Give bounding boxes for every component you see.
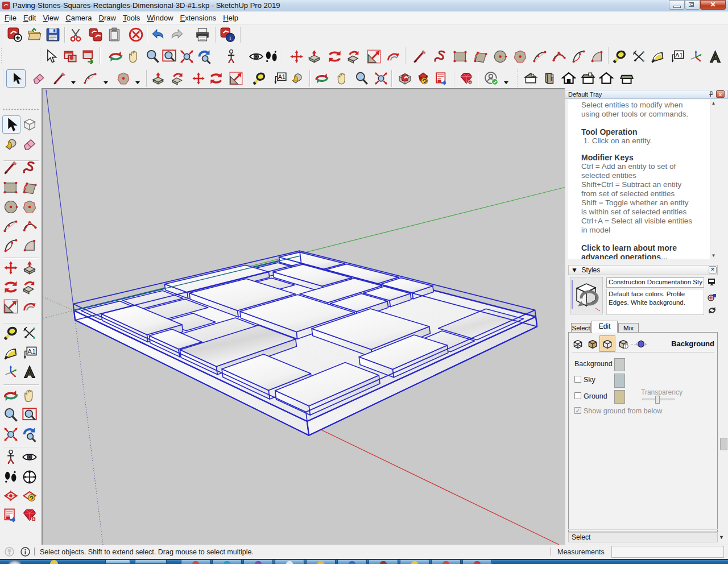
- svg-text:A1: A1: [27, 347, 35, 355]
- svg-text:A1: A1: [278, 73, 286, 80]
- svg-text:A1: A1: [675, 52, 683, 59]
- svg-text:i: i: [229, 34, 231, 41]
